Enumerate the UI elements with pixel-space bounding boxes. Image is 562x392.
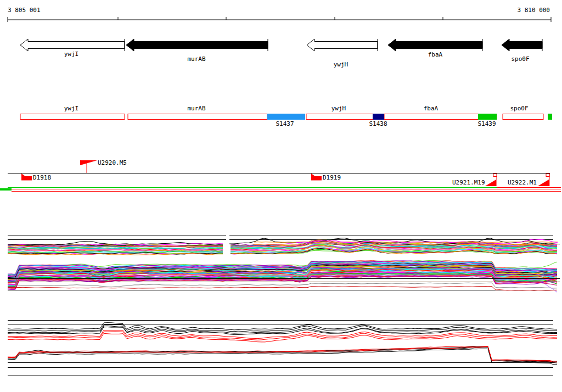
transcript-box-murAB[interactable] [128,114,267,120]
marker-label-U2922-M1: U2922.M1 [508,180,537,186]
genome-browser-view: 3 805 001 3 810 000 ywjI murAB ywjH fbaA… [0,0,562,392]
marker-label-U2921-M19: U2921.M19 [452,180,485,186]
marker-label-U2920-M5: U2920.M5 [98,160,127,166]
marker-ramp-U2921.M19[interactable] [485,180,496,186]
gene-arrow-ywjH[interactable] [307,39,378,51]
marker-down-flag-D1918[interactable] [21,173,32,181]
tracks-canvas [0,0,562,392]
transcript-box-ywjI[interactable] [20,114,125,120]
profile-line [8,286,557,290]
transcript-box-ywjH[interactable] [306,114,384,120]
segment-S1437[interactable] [267,114,305,120]
segment-S1439[interactable] [478,114,497,120]
transcript-label-fbaA: fbaA [424,105,439,111]
transcript-label-spo0F: spo0F [510,105,528,111]
marker-down-flag-D1919[interactable] [311,173,322,181]
segment-label-S1439: S1439 [477,121,496,127]
gene-arrow-fbaA[interactable] [388,39,482,51]
ruler-end-coordinate: 3 810 000 [479,7,550,13]
profile-line [8,326,557,333]
gene-label-spo0F: spo0F [511,56,529,62]
marker-notch [493,174,497,177]
gene-arrow-spo0F[interactable] [502,39,542,51]
marker-notch [546,174,549,177]
transcript-label-murAB: murAB [187,105,205,111]
marker-label-D1919: D1919 [323,175,341,181]
transcript-label-ywjI: ywjI [64,105,79,111]
marker-ramp-U2922.M1[interactable] [538,180,549,186]
transcript-box-spo0F[interactable] [503,114,543,120]
gene-arrow-ywjI[interactable] [20,39,125,51]
gene-arrow-murAB[interactable] [126,39,268,51]
gene-label-murAB: murAB [187,56,205,62]
gene-label-ywjH: ywjH [334,61,349,68]
segment-partial[interactable] [548,114,552,120]
gene-label-fbaA: fbaA [428,52,443,58]
segment-label-S1437: S1437 [276,121,294,127]
marker-up-flag-U2920.M5[interactable] [80,160,97,165]
gene-label-ywjI: ywjI [64,51,79,57]
segment-label-S1438: S1438 [369,121,387,127]
marker-label-D1918: D1918 [33,175,51,181]
transcript-label-ywjH: ywjH [331,105,346,111]
profile-line [8,323,557,330]
segment-S1438[interactable] [373,114,384,120]
profile-line [8,347,557,363]
ruler-start-coordinate: 3 805 001 [8,7,41,13]
